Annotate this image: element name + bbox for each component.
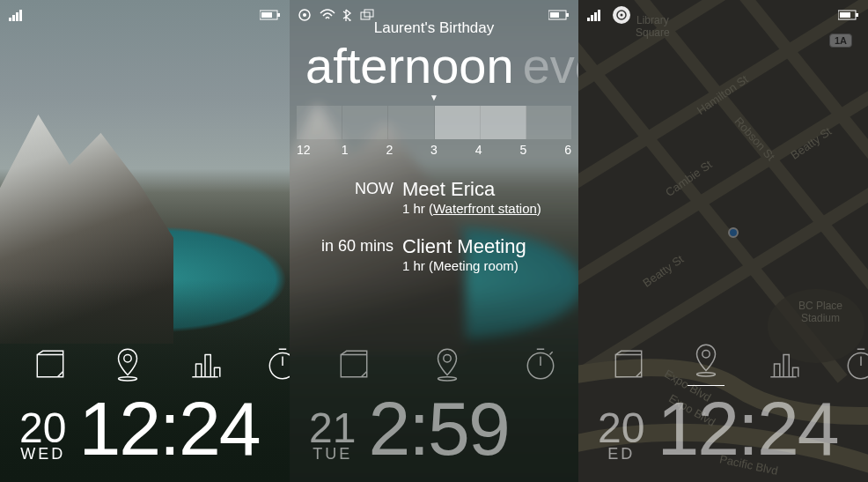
event-when: in 60 mins [305,235,394,273]
hour-label: 3 [430,143,475,157]
stats-icon[interactable] [765,345,802,386]
timeline-slot[interactable] [526,106,571,139]
hour-label: 6 [564,143,571,157]
svg-rect-5 [277,13,280,17]
svg-rect-0 [9,18,11,21]
agenda-area: Laurent's Birthday afternoonever ▼ 12123… [290,0,578,293]
svg-rect-21 [587,18,590,21]
stopwatch-icon[interactable] [522,345,559,386]
dock: 21 TUE 2:59 [290,345,578,466]
hour-label: 2 [386,143,430,157]
agenda-subtitle: Laurent's Birthday [290,19,578,37]
calendar-icon[interactable] [610,345,647,386]
clock-time: 12:24 [657,397,837,461]
calendar-icon[interactable] [335,345,372,386]
battery-icon [838,10,859,20]
svg-rect-1 [12,15,15,21]
date-block: 20 ED [598,409,644,461]
hour-label: 12 [297,143,342,157]
stats-icon[interactable] [187,345,224,386]
svg-point-7 [124,354,131,361]
signal-icon [587,9,603,21]
location-indicator-icon [613,6,630,24]
event-item[interactable]: in 60 minsClient Meeting1 hr (Meeting ro… [305,235,563,273]
svg-rect-23 [594,12,597,21]
svg-rect-28 [856,13,858,17]
dock: 20 ED 12:24 [578,341,868,466]
svg-rect-3 [19,10,22,21]
date-day: TUE [309,447,356,461]
stopwatch-icon[interactable] [264,345,290,386]
event-subtitle: 1 hr (Waterfront station) [402,201,541,216]
svg-point-17 [444,354,451,361]
event-item[interactable]: NOWMeet Erica1 hr (Waterfront station) [305,178,563,216]
svg-rect-2 [16,12,18,21]
location-icon[interactable] [109,345,146,386]
svg-point-26 [621,14,623,17]
timeline-hours: 12123456 [297,143,571,157]
lockscreen-map: Hamilton StCambie StBeatty StBeatty StRo… [578,0,868,482]
svg-point-32 [848,352,868,378]
location-icon[interactable] [429,345,466,386]
event-title: Meet Erica [402,178,541,201]
event-subtitle: 1 hr (Meeting room) [402,258,526,273]
svg-point-30 [702,350,710,357]
timeline-slot[interactable] [342,106,388,139]
timeline-slot[interactable] [297,106,342,139]
svg-point-8 [119,377,137,381]
timeline-slot[interactable] [481,106,526,139]
status-bar [578,5,868,25]
status-bar [0,5,290,25]
stopwatch-icon[interactable] [842,345,868,386]
date-number: 20 [19,409,66,447]
lockscreen-home: 20 WED 12:24 [0,0,290,482]
event-when: NOW [305,178,394,216]
lockscreen-agenda: Laurent's Birthday afternoonever ▼ 12123… [290,0,578,482]
date-block: 21 TUE [309,409,356,461]
svg-rect-6 [261,12,272,18]
period-heading[interactable]: afternoonever [290,37,578,94]
hour-label: 1 [342,143,386,157]
svg-point-9 [269,352,290,378]
calendar-icon[interactable] [32,345,69,386]
timeline-pointer-icon: ▼ [290,93,578,102]
event-list: NOWMeet Erica1 hr (Waterfront station)in… [305,178,563,273]
battery-icon [260,10,281,20]
svg-point-31 [697,373,716,376]
location-icon[interactable] [688,341,725,386]
clock-time: 12:24 [78,397,259,461]
signal-icon [9,9,25,21]
period-next: ever [523,38,578,93]
svg-rect-24 [598,10,600,21]
hour-label: 5 [520,143,565,157]
svg-point-18 [438,377,457,381]
timeline[interactable] [297,106,571,139]
timeline-slot[interactable] [435,106,481,139]
date-day: WED [19,447,66,461]
event-location[interactable]: Meeting room [433,258,514,273]
svg-rect-22 [591,15,593,21]
hour-label: 4 [475,143,520,157]
timeline-slot[interactable] [388,106,434,139]
dock: 20 WED 12:24 [0,345,290,466]
svg-rect-29 [840,12,850,18]
period-current: afternoon [305,38,514,93]
date-number: 21 [309,409,356,447]
date-number: 20 [598,409,644,447]
event-location[interactable]: Waterfront station [433,201,537,216]
date-block: 20 WED [19,409,66,461]
event-title: Client Meeting [402,235,526,258]
clock-time: 2:59 [368,397,508,461]
